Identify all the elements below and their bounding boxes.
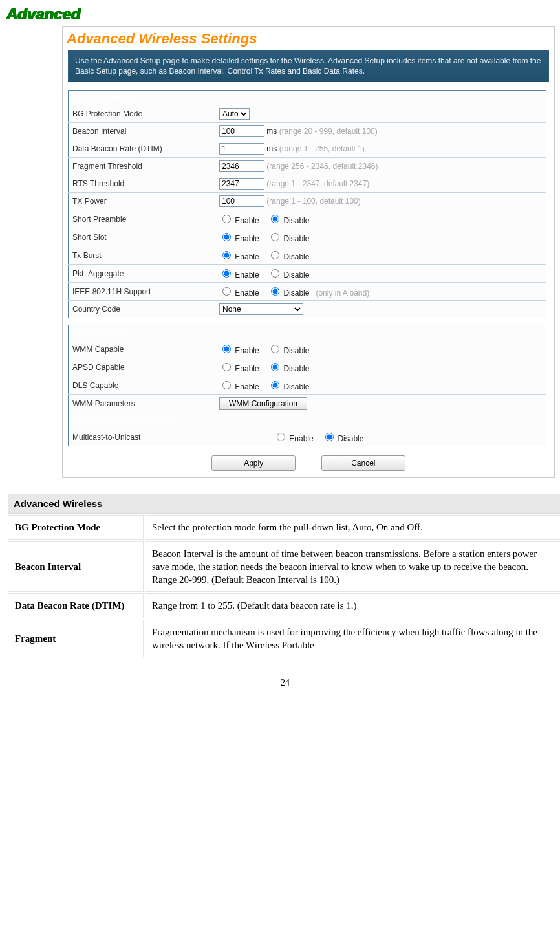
enable-text: Enable xyxy=(235,382,259,391)
wmm-capable-label: WMM Capable xyxy=(69,340,216,358)
doc-term: Fragment xyxy=(8,620,144,658)
beacon-interval-unit: ms xyxy=(266,127,277,136)
ieee80211h-disable-radio[interactable] xyxy=(271,287,279,296)
txpower-input[interactable] xyxy=(219,195,264,207)
doc-term: BG Protection Mode xyxy=(8,515,144,539)
apply-button[interactable]: Apply xyxy=(211,455,296,471)
multicast-converter-header: Multicast-to-Unicast Converter xyxy=(69,413,546,428)
wmm-capable-enable-radio[interactable] xyxy=(222,345,231,353)
doc-table-wrap: Advanced Wireless BG Protection Mode Sel… xyxy=(6,492,560,659)
short-preamble-disable-radio[interactable] xyxy=(271,215,279,223)
short-slot-enable-radio[interactable] xyxy=(222,233,231,241)
pkt-aggregate-disable-radio[interactable] xyxy=(271,269,279,278)
dtim-label: Data Beacon Rate (DTIM) xyxy=(69,140,216,158)
page-heading: Advanced xyxy=(6,5,560,23)
doc-desc: Beacon Interval is the amount of time be… xyxy=(145,541,560,593)
enable-text: Enable xyxy=(289,434,313,443)
m2u-disable-radio[interactable] xyxy=(325,433,334,441)
enable-text: Enable xyxy=(235,234,259,243)
wmm-capable-disable-radio[interactable] xyxy=(271,345,279,353)
disable-text: Disable xyxy=(283,364,309,373)
disable-text: Disable xyxy=(283,270,309,279)
dtim-hint: (range 1 - 255, default 1) xyxy=(279,144,365,153)
fragment-label: Fragment Threshold xyxy=(69,158,216,175)
settings-panel: Advanced Wireless Settings Use the Advan… xyxy=(62,26,555,478)
dls-enable-radio[interactable] xyxy=(222,381,231,389)
fragment-input[interactable] xyxy=(219,160,264,172)
panel-title: Advanced Wireless Settings xyxy=(63,27,554,50)
enable-text: Enable xyxy=(235,288,259,298)
enable-text: Enable xyxy=(235,216,259,225)
page-number: 24 xyxy=(5,678,560,688)
dtim-unit: ms xyxy=(266,144,277,153)
dls-capable-label: DLS Capable xyxy=(69,376,216,395)
wmm-parameters-label: WMM Parameters xyxy=(69,395,216,413)
tx-burst-enable-radio[interactable] xyxy=(222,251,231,259)
dtim-input[interactable] xyxy=(219,143,264,155)
disable-text: Disable xyxy=(283,382,309,391)
pkt-aggregate-enable-radio[interactable] xyxy=(222,269,231,278)
enable-text: Enable xyxy=(235,346,259,355)
doc-table-header: Advanced Wireless xyxy=(8,494,560,514)
doc-desc: Fragmentation mechanism is used for impr… xyxy=(145,620,560,658)
cancel-button[interactable]: Cancel xyxy=(321,455,405,471)
ieee80211h-enable-radio[interactable] xyxy=(222,287,231,296)
disable-text: Disable xyxy=(283,252,309,261)
country-code-label: Country Code xyxy=(69,301,216,318)
wmm-configuration-button[interactable]: WMM Configuration xyxy=(219,397,307,410)
doc-desc: Select the protection mode form the pull… xyxy=(145,515,560,539)
short-preamble-enable-radio[interactable] xyxy=(222,215,231,223)
enable-text: Enable xyxy=(235,252,259,261)
doc-term: Beacon Interval xyxy=(8,541,144,593)
doc-table: Advanced Wireless BG Protection Mode Sel… xyxy=(6,492,560,659)
wifi-multimedia-table: Wi-Fi Multimedia WMM Capable Enable Disa… xyxy=(68,325,546,446)
beacon-interval-input[interactable] xyxy=(219,125,264,137)
multicast-to-unicast-label: Multicast-to-Unicast xyxy=(69,428,216,446)
tx-burst-label: Tx Burst xyxy=(69,246,216,265)
beacon-interval-label: Beacon Interval xyxy=(69,123,216,140)
wifi-multimedia-header: Wi-Fi Multimedia xyxy=(69,325,546,340)
short-slot-disable-radio[interactable] xyxy=(271,233,279,241)
rts-hint: (range 1 - 2347, default 2347) xyxy=(266,179,369,188)
disable-text: Disable xyxy=(283,216,309,225)
ieee80211h-note: (only in A band) xyxy=(316,288,369,298)
advanced-wireless-header: Advanced Wireless xyxy=(69,91,546,105)
pkt-aggregate-label: Pkt_Aggregate xyxy=(69,265,216,283)
txpower-label: TX Power xyxy=(69,193,216,210)
short-slot-label: Short Slot xyxy=(69,228,216,246)
doc-desc: Range from 1 to 255. (Default data beaco… xyxy=(145,593,560,618)
rts-input[interactable] xyxy=(219,178,264,190)
bg-protection-label: BG Protection Mode xyxy=(69,105,216,123)
country-code-select[interactable]: None xyxy=(219,303,303,315)
enable-text: Enable xyxy=(235,270,259,279)
apsd-disable-radio[interactable] xyxy=(271,363,279,371)
apsd-capable-label: APSD Capable xyxy=(69,358,216,376)
bg-protection-select[interactable]: Auto xyxy=(219,108,250,120)
tx-burst-disable-radio[interactable] xyxy=(271,251,279,259)
doc-term: Data Beacon Rate (DTIM) xyxy=(8,593,144,618)
txpower-hint: (range 1 - 100, default 100) xyxy=(266,197,360,206)
disable-text: Disable xyxy=(283,346,309,355)
rts-label: RTS Threshold xyxy=(69,175,216,193)
fragment-hint: (range 256 - 2346, default 2346) xyxy=(266,162,378,171)
advanced-wireless-table: Advanced Wireless BG Protection Mode Aut… xyxy=(68,90,546,318)
beacon-interval-hint: (range 20 - 999, default 100) xyxy=(279,127,378,136)
disable-text: Disable xyxy=(338,434,363,443)
m2u-enable-radio[interactable] xyxy=(277,433,285,441)
info-box: Use the Advanced Setup page to make deta… xyxy=(68,50,549,82)
disable-text: Disable xyxy=(283,234,309,243)
apsd-enable-radio[interactable] xyxy=(222,363,231,371)
dls-disable-radio[interactable] xyxy=(271,381,279,389)
ieee80211h-label: IEEE 802.11H Support xyxy=(69,283,216,301)
short-preamble-label: Short Preamble xyxy=(69,210,216,228)
enable-text: Enable xyxy=(235,364,259,373)
disable-text: Disable xyxy=(283,288,309,298)
